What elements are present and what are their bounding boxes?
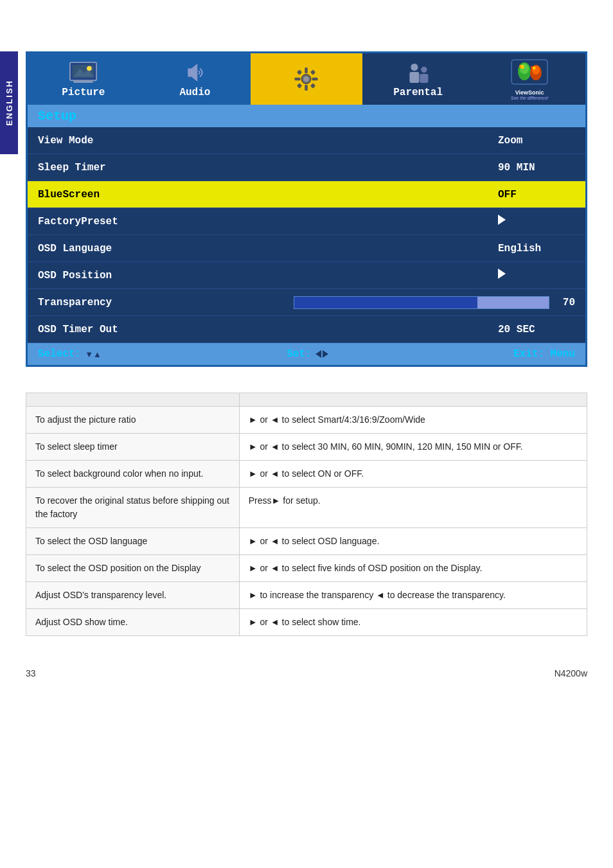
description-table: To adjust the picture ratio ► or ◄ to se… — [26, 393, 587, 636]
osd-position-row[interactable]: OSD Position — [28, 262, 585, 289]
bluescreen-label: BlueScreen — [38, 189, 498, 200]
sleep-timer-row[interactable]: Sleep Timer 90 MIN — [28, 154, 585, 181]
table-row: Adjust OSD's transparency level. ► to in… — [26, 582, 587, 609]
osd-menu: Picture Audio — [26, 51, 587, 367]
view-mode-row[interactable]: View Mode Zoom — [28, 127, 585, 154]
right-arrow-icon — [323, 350, 328, 358]
svg-point-24 — [520, 65, 524, 69]
desc-cell-5: To select the OSD language — [26, 528, 240, 555]
osd-position-arrow — [498, 269, 575, 282]
osd-timer-row[interactable]: OSD Timer Out 20 SEC — [28, 316, 585, 343]
gear-icon — [292, 66, 321, 92]
tab-audio[interactable]: Audio — [139, 53, 251, 105]
language-label: ENGLISH — [4, 80, 14, 126]
menu-tabs: Picture Audio — [28, 53, 585, 105]
svg-point-23 — [520, 64, 529, 74]
bluescreen-value: OFF — [498, 189, 575, 200]
svg-point-17 — [411, 64, 418, 71]
table-row: To select the OSD position on the Displa… — [26, 555, 587, 582]
osd-timer-label: OSD Timer Out — [38, 324, 498, 335]
svg-rect-20 — [420, 74, 428, 83]
transparency-highlight — [477, 297, 549, 308]
transparency-bar-container — [294, 296, 549, 309]
table-row: To select sleep timer ► or ◄ to select 3… — [26, 434, 587, 461]
transparency-progress-bar — [294, 296, 549, 309]
svg-rect-12 — [310, 69, 315, 75]
setup-section-title: Setup — [38, 109, 76, 123]
factory-preset-row[interactable]: FactoryPreset — [28, 208, 585, 235]
factory-preset-arrow — [498, 215, 575, 228]
view-mode-value: Zoom — [498, 135, 575, 146]
viewsonic-birds-icon — [510, 58, 549, 89]
desc-cell-2: To select sleep timer — [26, 434, 240, 461]
set-label: Set: — [287, 348, 311, 360]
svg-point-19 — [421, 67, 427, 73]
left-arrow-icon — [315, 350, 321, 358]
table-row: Adjust OSD show time. ► or ◄ to select s… — [26, 609, 587, 636]
select-arrows: ▼▲ — [85, 350, 102, 359]
parental-icon — [404, 60, 432, 85]
desc-cell-7: Adjust OSD's transparency level. — [26, 582, 240, 609]
menu-bottom-bar: Select: ▼▲ Set: Exit: Menu — [28, 343, 585, 365]
setup-section-header: Setup — [28, 105, 585, 127]
tab-setup[interactable] — [251, 53, 362, 105]
osd-language-value: English — [498, 243, 575, 254]
inst-cell-2: ► or ◄ to select 30 MIN, 60 MIN, 90MIN, … — [239, 434, 587, 461]
osd-timer-value: 20 SEC — [498, 324, 575, 335]
set-arrows — [315, 350, 328, 358]
inst-cell-6: ► or ◄ to select five kinds of OSD posit… — [239, 555, 587, 582]
tab-parental[interactable]: Parental — [362, 53, 474, 105]
exit-control[interactable]: Exit: Menu — [513, 348, 575, 360]
exit-label: Exit: Menu — [513, 348, 575, 360]
audio-icon — [181, 60, 209, 85]
svg-rect-7 — [305, 67, 308, 73]
osd-language-label: OSD Language — [38, 243, 498, 254]
page-number: 33 — [26, 668, 36, 678]
sleep-timer-value: 90 MIN — [498, 162, 575, 173]
tab-picture[interactable]: Picture — [28, 53, 139, 105]
desc-cell-8: Adjust OSD show time. — [26, 609, 240, 636]
page-footer: 33 N4200w — [0, 662, 613, 685]
inst-cell-4: Press► for setup. — [239, 488, 587, 528]
empty-cell-1 — [26, 393, 240, 407]
svg-rect-10 — [312, 78, 318, 81]
osd-position-label: OSD Position — [38, 270, 498, 281]
desc-cell-4: To recover the original status before sh… — [26, 488, 240, 528]
inst-cell-1: ► or ◄ to select Smart/4:3/16:9/Zoom/Wid… — [239, 407, 587, 434]
table-row: To select the OSD language ► or ◄ to sel… — [26, 528, 587, 555]
audio-tab-label: Audio — [179, 87, 210, 98]
select-label: Select: — [38, 348, 81, 360]
transparency-value: 70 — [549, 297, 575, 308]
transparency-row[interactable]: Transparency 70 — [28, 289, 585, 316]
table-row: To select background color when no input… — [26, 461, 587, 488]
factory-preset-label: FactoryPreset — [38, 216, 498, 227]
table-row: To adjust the picture ratio ► or ◄ to se… — [26, 407, 587, 434]
svg-rect-8 — [305, 85, 308, 91]
viewsonic-logo: ViewSonic See the difference! — [508, 56, 551, 103]
transparency-fill — [294, 297, 477, 308]
osd-position-arrow-icon — [498, 269, 506, 279]
svg-rect-1 — [74, 80, 93, 83]
sleep-timer-label: Sleep Timer — [38, 162, 498, 173]
svg-rect-11 — [297, 69, 302, 75]
svg-rect-9 — [295, 78, 301, 81]
inst-cell-8: ► or ◄ to select show time. — [239, 609, 587, 636]
osd-language-row[interactable]: OSD Language English — [28, 235, 585, 262]
picture-icon — [69, 60, 98, 85]
inst-cell-5: ► or ◄ to select OSD language. — [239, 528, 587, 555]
desc-cell-3: To select background color when no input… — [26, 461, 240, 488]
inst-cell-7: ► to increase the transparency ◄ to decr… — [239, 582, 587, 609]
viewsonic-brand-text: ViewSonic — [515, 89, 544, 96]
parental-tab-label: Parental — [393, 87, 443, 98]
model-name: N4200w — [555, 668, 587, 678]
view-mode-label: View Mode — [38, 135, 498, 146]
svg-rect-13 — [297, 83, 302, 88]
menu-rows: View Mode Zoom Sleep Timer 90 MIN BlueSc… — [28, 127, 585, 343]
desc-cell-1: To adjust the picture ratio — [26, 407, 240, 434]
transparency-label: Transparency — [38, 297, 294, 308]
table-row: To recover the original status before sh… — [26, 488, 587, 528]
svg-point-16 — [304, 76, 309, 82]
tab-viewsonic[interactable]: ViewSonic See the difference! — [474, 53, 585, 105]
bluescreen-row[interactable]: BlueScreen OFF — [28, 181, 585, 208]
desc-cell-6: To select the OSD position on the Displa… — [26, 555, 240, 582]
